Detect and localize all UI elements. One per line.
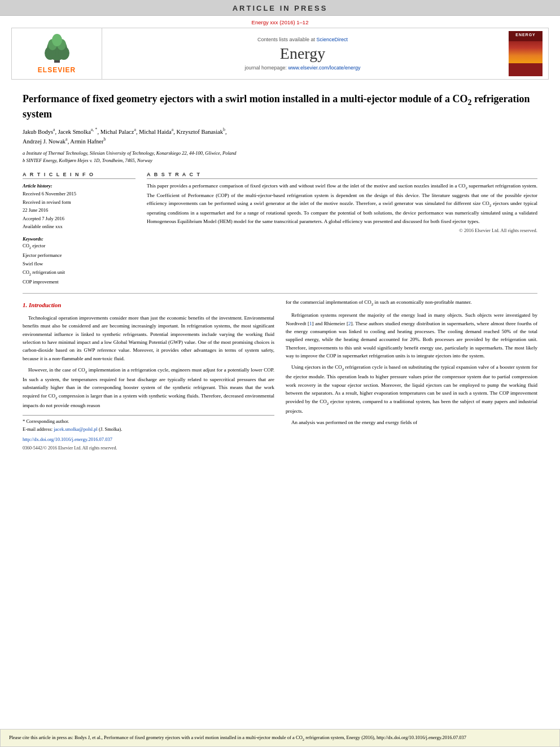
elsevier-logo-area: ELSEVIER xyxy=(12,28,102,79)
copyright-line: © 2016 Elsevier Ltd. All rights reserved… xyxy=(147,228,537,233)
kw2: Ejector performance xyxy=(23,251,135,260)
authors-line: Jakub Bodysa, Jacek Smolkaa, *, Michal P… xyxy=(23,126,537,146)
revised-date: 22 June 2016 xyxy=(23,206,135,214)
energy-ref: Energy xxx (2016) 1–12 xyxy=(11,19,549,25)
para-right-2: Refrigeration systems represent the majo… xyxy=(286,311,537,360)
keywords-list: CO2 ejector Ejector performance Swirl fl… xyxy=(23,242,135,286)
cover-text: ENERGY xyxy=(515,33,536,37)
journal-title: Energy xyxy=(280,45,325,63)
email-line: E-mail address: jacek.smolka@polsl.pl (J… xyxy=(23,426,274,434)
email-link[interactable]: jacek.smolka@polsl.pl xyxy=(54,426,98,432)
aip-text: ARTICLE IN PRESS xyxy=(233,4,328,12)
received-date: Received 6 November 2015 xyxy=(23,190,135,198)
affil-a: a Institute of Thermal Technology, Siles… xyxy=(23,150,537,158)
article-info-abstract: A R T I C L E I N F O Article history: R… xyxy=(23,172,537,286)
ref1-link[interactable]: 1 xyxy=(309,321,312,326)
elsevier-wordmark: ELSEVIER xyxy=(38,66,76,74)
revised-label: Received in revised form xyxy=(23,198,135,206)
divider xyxy=(23,293,537,294)
body-col-left: 1. Introduction Technological operation … xyxy=(23,298,274,452)
citation-banner: Please cite this article in press as: Bo… xyxy=(0,729,560,747)
available-date: Available online xxx xyxy=(23,222,135,230)
corresponding-note: * Corresponding author. xyxy=(23,418,274,426)
kw1: CO2 ejector xyxy=(23,242,135,251)
abstract-col: A B S T R A C T This paper provides a pe… xyxy=(147,172,537,286)
issn-line: 0360-5442/© 2016 Elsevier Ltd. All right… xyxy=(23,445,274,452)
doi-link[interactable]: http://dx.doi.org/10.1016/j.energy.2016.… xyxy=(23,436,274,444)
homepage-link[interactable]: www.elsevier.com/locate/energy xyxy=(288,65,361,71)
article-history: Article history: Received 6 November 201… xyxy=(23,182,135,231)
affil-b: b SINTEF Energy, Kolbjørn Hejes v. 1D, T… xyxy=(23,157,537,165)
kw4: CO2 refrigeration unit xyxy=(23,268,135,277)
elsevier-tree-icon xyxy=(34,33,80,64)
body-col-right: for the commercial implementation of CO2… xyxy=(286,298,537,452)
intro-para1: Technological operation improvements con… xyxy=(23,314,274,362)
accepted-date: Accepted 7 July 2016 xyxy=(23,215,135,222)
science-direct-link[interactable]: ScienceDirect xyxy=(317,37,348,42)
body-columns: 1. Introduction Technological operation … xyxy=(23,298,537,452)
article-title: Performance of fixed geometry ejectors w… xyxy=(23,93,537,121)
aip-banner: ARTICLE IN PRESS xyxy=(0,0,560,16)
abstract-text: This paper provides a performance compar… xyxy=(147,182,537,225)
ref2-link[interactable]: 2 xyxy=(348,321,351,326)
para-right-3: Using ejectors in the CO2 refrigeration … xyxy=(286,363,537,415)
keywords-label: Keywords: xyxy=(23,236,135,242)
science-direct-line: Contents lists available at ScienceDirec… xyxy=(257,37,348,42)
header-box: ELSEVIER Contents lists available at Sci… xyxy=(11,28,549,80)
cover-thumbnail: ENERGY xyxy=(509,31,542,76)
history-label: Article history: xyxy=(23,182,135,190)
main-content: Performance of fixed geometry ejectors w… xyxy=(0,84,560,729)
abstract-label: A B S T R A C T xyxy=(147,172,537,179)
kw5: COP improvement xyxy=(23,278,135,286)
svg-point-6 xyxy=(52,34,62,46)
intro-para2: However, in the case of CO2 implementati… xyxy=(23,366,274,409)
article-info-col: A R T I C L E I N F O Article history: R… xyxy=(23,172,135,286)
page: ARTICLE IN PRESS Energy xxx (2016) 1–12 xyxy=(0,0,560,747)
affiliations: a Institute of Thermal Technology, Siles… xyxy=(23,150,537,165)
keywords-section: Keywords: CO2 ejector Ejector performanc… xyxy=(23,236,135,286)
journal-cover: ENERGY xyxy=(503,28,548,79)
homepage-line: journal homepage: www.elsevier.com/locat… xyxy=(244,65,360,71)
article-info-label: A R T I C L E I N F O xyxy=(23,172,135,179)
para-right-1: for the commercial implementation of CO2… xyxy=(286,298,537,308)
elsevier-logo: ELSEVIER xyxy=(34,33,80,74)
journal-header: Energy xxx (2016) 1–12 ELSEVIER xyxy=(0,16,560,84)
para-right-4: An analysis was performed on the energy … xyxy=(286,418,537,426)
kw3: Swirl flow xyxy=(23,260,135,268)
footnote-area: * Corresponding author. E-mail address: … xyxy=(23,415,274,433)
journal-center: Contents lists available at ScienceDirec… xyxy=(102,28,503,79)
intro-heading: 1. Introduction xyxy=(23,300,274,311)
